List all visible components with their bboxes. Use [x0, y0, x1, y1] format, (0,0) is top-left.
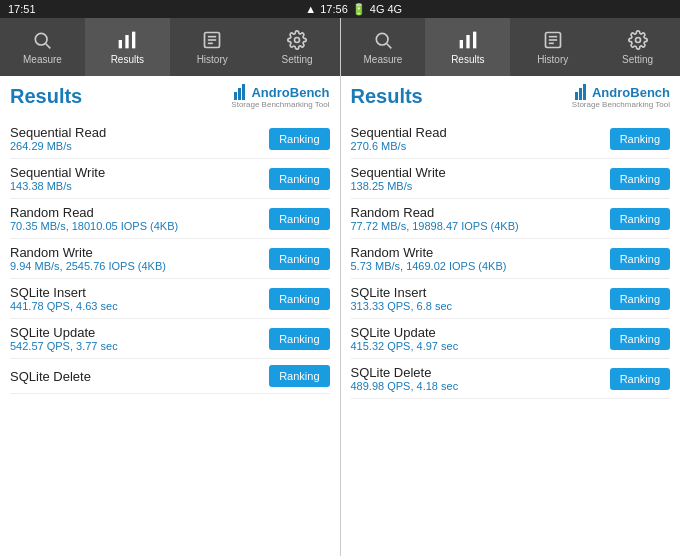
- nav-label-history-right: History: [537, 54, 568, 65]
- table-row: Random Write9.94 MB/s, 2545.76 IOPS (4KB…: [10, 239, 330, 279]
- result-name: SQLite Delete: [10, 369, 91, 384]
- svg-rect-4: [132, 32, 135, 49]
- ranking-button[interactable]: Ranking: [269, 328, 329, 350]
- result-value: 415.32 QPS, 4.97 sec: [351, 340, 459, 352]
- svg-point-9: [295, 38, 300, 43]
- table-row: Sequential Read270.6 MB/sRanking: [351, 119, 671, 159]
- result-value: 138.25 MB/s: [351, 180, 446, 192]
- table-row: Random Read70.35 MB/s, 18010.05 IOPS (4K…: [10, 199, 330, 239]
- chart-icon-left: [116, 29, 138, 51]
- table-row: Sequential Write138.25 MB/sRanking: [351, 159, 671, 199]
- nav-label-measure-right: Measure: [363, 54, 402, 65]
- result-name: Sequential Read: [10, 125, 106, 140]
- nav-bar-right: Measure Results History: [341, 18, 681, 76]
- result-name: SQLite Update: [351, 325, 459, 340]
- nav-item-measure-right[interactable]: Measure: [341, 18, 426, 76]
- ranking-button[interactable]: Ranking: [610, 168, 670, 190]
- svg-point-19: [635, 38, 640, 43]
- result-info: SQLite Insert441.78 QPS, 4.63 sec: [10, 285, 118, 312]
- results-list-left: Sequential Read264.29 MB/sRankingSequent…: [10, 119, 330, 394]
- status-bar: 17:51 ▲ 17:56 🔋 4G 4G: [0, 0, 680, 18]
- ranking-button[interactable]: Ranking: [269, 288, 329, 310]
- nav-label-results-right: Results: [451, 54, 484, 65]
- result-info: SQLite Delete: [10, 369, 91, 384]
- panel-left: Measure Results History: [0, 18, 341, 556]
- result-value: 270.6 MB/s: [351, 140, 447, 152]
- nav-item-setting-left[interactable]: Setting: [255, 18, 340, 76]
- nav-item-results-right[interactable]: Results: [425, 18, 510, 76]
- history-icon-left: [201, 29, 223, 51]
- gear-icon-left: [286, 29, 308, 51]
- result-name: Sequential Write: [10, 165, 105, 180]
- ranking-button[interactable]: Ranking: [269, 365, 329, 387]
- ranking-button[interactable]: Ranking: [269, 128, 329, 150]
- result-name: Random Write: [10, 245, 166, 260]
- result-info: Random Read77.72 MB/s, 19898.47 IOPS (4K…: [351, 205, 519, 232]
- result-name: Random Write: [351, 245, 507, 260]
- ranking-button[interactable]: Ranking: [269, 208, 329, 230]
- table-row: SQLite Update542.57 QPS, 3.77 secRanking: [10, 319, 330, 359]
- result-info: SQLite Delete489.98 QPS, 4.18 sec: [351, 365, 459, 392]
- ranking-button[interactable]: Ranking: [610, 248, 670, 270]
- ranking-button[interactable]: Ranking: [269, 168, 329, 190]
- ranking-button[interactable]: Ranking: [610, 328, 670, 350]
- result-name: SQLite Insert: [351, 285, 453, 300]
- result-value: 143.38 MB/s: [10, 180, 105, 192]
- table-row: Random Read77.72 MB/s, 19898.47 IOPS (4K…: [351, 199, 671, 239]
- result-info: Sequential Read270.6 MB/s: [351, 125, 447, 152]
- result-name: SQLite Delete: [351, 365, 459, 380]
- results-title-left: Results: [10, 85, 82, 108]
- nav-item-setting-right[interactable]: Setting: [595, 18, 680, 76]
- result-info: SQLite Update415.32 QPS, 4.97 sec: [351, 325, 459, 352]
- ranking-button[interactable]: Ranking: [610, 288, 670, 310]
- battery-icon: 🔋: [352, 3, 366, 16]
- time-right: 17:56: [320, 3, 348, 15]
- result-name: Sequential Write: [351, 165, 446, 180]
- chart-icon-right: [457, 29, 479, 51]
- svg-rect-13: [466, 35, 469, 48]
- result-info: Random Write5.73 MB/s, 1469.02 IOPS (4KB…: [351, 245, 507, 272]
- result-value: 77.72 MB/s, 19898.47 IOPS (4KB): [351, 220, 519, 232]
- table-row: Random Write5.73 MB/s, 1469.02 IOPS (4KB…: [351, 239, 671, 279]
- result-value: 313.33 QPS, 6.8 sec: [351, 300, 453, 312]
- table-row: SQLite Update415.32 QPS, 4.97 secRanking: [351, 319, 671, 359]
- result-info: Random Write9.94 MB/s, 2545.76 IOPS (4KB…: [10, 245, 166, 272]
- ranking-button[interactable]: Ranking: [610, 368, 670, 390]
- gear-icon-right: [627, 29, 649, 51]
- table-row: SQLite Insert441.78 QPS, 4.63 secRanking: [10, 279, 330, 319]
- nav-item-measure-left[interactable]: Measure: [0, 18, 85, 76]
- nav-label-results-left: Results: [111, 54, 144, 65]
- nav-label-measure-left: Measure: [23, 54, 62, 65]
- androbench-logo-left: AndroBench Storage Benchmarking Tool: [231, 84, 329, 109]
- nav-item-history-right[interactable]: History: [510, 18, 595, 76]
- content-right: Results AndroBench Storage Benchmarking …: [341, 76, 681, 556]
- result-value: 5.73 MB/s, 1469.02 IOPS (4KB): [351, 260, 507, 272]
- svg-rect-12: [459, 40, 462, 48]
- nav-item-history-left[interactable]: History: [170, 18, 255, 76]
- ranking-button[interactable]: Ranking: [610, 208, 670, 230]
- table-row: SQLite DeleteRanking: [10, 359, 330, 394]
- svg-line-11: [387, 44, 392, 49]
- table-row: SQLite Insert313.33 QPS, 6.8 secRanking: [351, 279, 671, 319]
- results-header-left: Results AndroBench Storage Benchmarking …: [10, 84, 330, 109]
- nav-label-setting-left: Setting: [281, 54, 312, 65]
- signal-icon: ▲: [305, 3, 316, 15]
- nav-item-results-left[interactable]: Results: [85, 18, 170, 76]
- table-row: Sequential Write143.38 MB/sRanking: [10, 159, 330, 199]
- result-info: Sequential Write138.25 MB/s: [351, 165, 446, 192]
- results-title-right: Results: [351, 85, 423, 108]
- result-name: Random Read: [10, 205, 178, 220]
- content-left: Results AndroBench Storage Benchmarking …: [0, 76, 340, 556]
- androbench-logo-right: AndroBench Storage Benchmarking Tool: [572, 84, 670, 109]
- result-name: Sequential Read: [351, 125, 447, 140]
- result-name: Random Read: [351, 205, 519, 220]
- result-info: Sequential Write143.38 MB/s: [10, 165, 105, 192]
- result-value: 441.78 QPS, 4.63 sec: [10, 300, 118, 312]
- nav-bar-left: Measure Results History: [0, 18, 340, 76]
- result-value: 542.57 QPS, 3.77 sec: [10, 340, 118, 352]
- network-icon: 4G 4G: [370, 3, 402, 15]
- ranking-button[interactable]: Ranking: [610, 128, 670, 150]
- ranking-button[interactable]: Ranking: [269, 248, 329, 270]
- search-icon: [31, 29, 53, 51]
- result-value: 9.94 MB/s, 2545.76 IOPS (4KB): [10, 260, 166, 272]
